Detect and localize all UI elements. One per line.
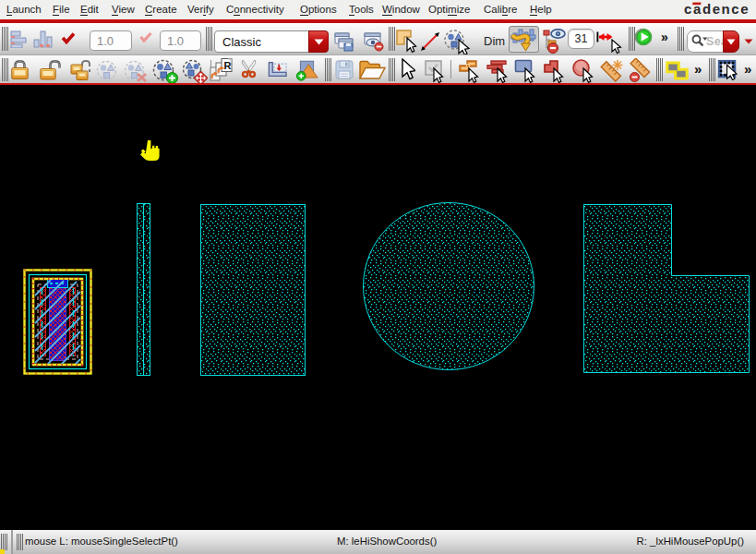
svg-text:R: R xyxy=(224,60,232,71)
